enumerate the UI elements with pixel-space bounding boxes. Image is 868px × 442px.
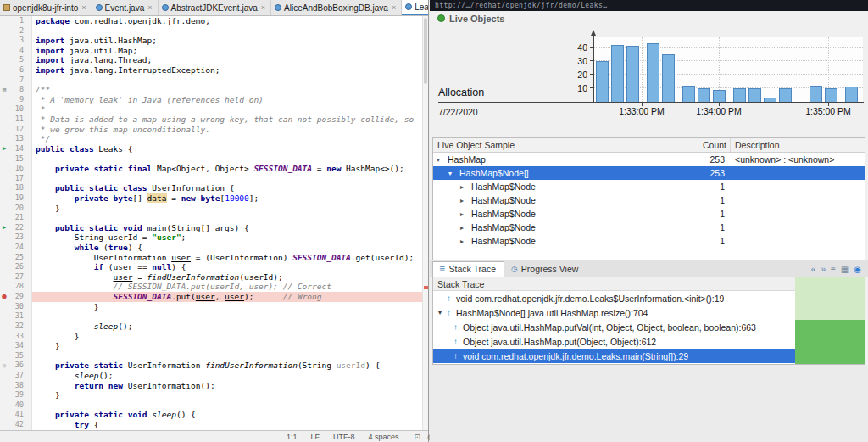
line-number: 29 (8, 292, 26, 302)
close-icon[interactable]: × (147, 3, 152, 12)
fold-gutter (26, 16, 32, 26)
gutter-marker-cell (0, 371, 8, 381)
code-token: private static final (55, 164, 152, 173)
frame-text: Object java.util.HashMap.putVal(int, Obj… (463, 322, 756, 333)
next-frame-icon[interactable]: » (821, 265, 826, 274)
code-token: // SESSION_DATA.put(userId, user); // Co… (114, 282, 331, 291)
code-text (32, 311, 422, 322)
chart-y-labels: 10203040 (565, 37, 591, 102)
code-token: sleep (152, 410, 176, 419)
fold-gutter (26, 351, 32, 361)
collapse-icon[interactable]: ▾ (437, 156, 444, 164)
line-number: 20 (8, 204, 26, 214)
tab-stack-trace[interactable]: ≣Stack Trace (432, 261, 504, 277)
line-separator-indicator[interactable]: LF (311, 433, 320, 441)
expand-icon[interactable]: ▸ (460, 197, 468, 204)
frame-text: HashMap$Node[] java.util.HashMap.resize(… (456, 308, 648, 318)
editor-tabbar: openjdk8u-jfr-into×Event.java×AbstractJD… (0, 0, 428, 16)
code-token (36, 223, 55, 232)
encoding-indicator[interactable]: UTF-8 (333, 433, 355, 441)
scrollbar-thumb[interactable] (424, 18, 427, 84)
line-number: 22 (8, 223, 26, 233)
fold-gutter (26, 302, 32, 312)
object-label: HashMap (448, 154, 486, 165)
editor-tab[interactable]: openjdk8u-jfr-into× (0, 0, 92, 15)
collapse-icon[interactable]: ▾ (448, 170, 456, 177)
table-row[interactable]: ▸HashMap$Node1 (433, 207, 865, 221)
code-token (36, 361, 55, 370)
code-token: user (114, 262, 133, 271)
class-icon (96, 4, 103, 11)
code-line: ▶22 public static void main(String[] arg… (0, 223, 422, 233)
editor-tab[interactable]: AliceAndBobBoxingDB.java× (271, 0, 402, 15)
indent-indicator[interactable]: 4 spaces (369, 433, 399, 441)
breakpoint-icon[interactable]: ● (2, 293, 6, 300)
expand-icon[interactable]: ▸ (460, 210, 468, 218)
code-text: } (32, 204, 422, 214)
editor-tab[interactable]: Leaks.java× (402, 0, 428, 15)
close-icon[interactable]: × (392, 3, 396, 12)
tab-progress-view[interactable]: ◷Progress View (504, 261, 587, 277)
tree-cell: ▾HashMap$Node[] (433, 168, 698, 178)
column-header-live-object-sample[interactable]: Live Object Sample (433, 138, 698, 152)
run-icon[interactable]: ▶ (3, 225, 6, 231)
caret-position[interactable]: 1:1 (287, 433, 298, 441)
expand-icon[interactable]: ▸ (460, 224, 468, 232)
code-token (36, 371, 75, 380)
editor-tab[interactable]: AbstractJDKEvent.java× (159, 0, 272, 15)
expand-icon[interactable]: ▸ (460, 238, 468, 245)
object-label: HashMap$Node (471, 209, 536, 219)
column-header-description[interactable]: Description (730, 138, 865, 152)
table-row[interactable]: ▸HashMap$Node1 (433, 180, 865, 193)
table-row[interactable]: ▸HashMap$Node1 (433, 221, 865, 234)
code-token: 10000 (225, 193, 249, 203)
help-icon[interactable]: ◉ (854, 265, 861, 274)
table-row[interactable]: ▾HashMap$Node[]253 (433, 166, 865, 180)
stack-trace-icon: ≣ (439, 265, 446, 273)
column-header-count[interactable]: Count (698, 138, 730, 152)
tree-view-icon[interactable]: ▦ (841, 265, 849, 274)
live-recording-icon (437, 14, 445, 22)
code-token: java.lang.InterruptedException; (64, 65, 220, 75)
previous-frame-icon[interactable]: « (811, 265, 816, 274)
editor-tab[interactable]: Event.java× (92, 0, 159, 15)
tab-label: Event.java (105, 3, 145, 13)
gutter-marker-cell (0, 134, 8, 144)
editor[interactable]: 1package com.redhat.openjdk.jfr.demo;23i… (0, 16, 428, 430)
run-icon[interactable]: ▶ (3, 146, 6, 152)
code-token: UserInformation(); (123, 381, 215, 390)
close-icon[interactable]: × (261, 3, 265, 12)
code-token: ) { (365, 361, 380, 370)
code-token: { (89, 420, 98, 429)
fold-gutter (26, 371, 32, 381)
collapse-icon[interactable]: ▾ (438, 309, 447, 316)
tree-cell: ▸HashMap$Node (433, 209, 698, 219)
table-row[interactable]: ▾HashMap253<unknown> : <unknown> (433, 153, 865, 166)
code-text: import java.util.HashMap; (32, 36, 422, 46)
fold-gutter (26, 243, 32, 253)
code-token: = (UserInformation) (191, 253, 292, 262)
line-number: 11 (8, 115, 26, 125)
lock-icon[interactable]: ⊡ (415, 433, 421, 441)
table-row[interactable]: ▸HashMap$Node1 (433, 193, 865, 207)
expand-icon[interactable]: ▸ (460, 183, 468, 191)
editor-scrollbar[interactable] (422, 16, 428, 430)
code-text: private static final Map<Object, Object>… (32, 164, 422, 174)
code-token: // Wrong (283, 292, 322, 301)
gutter-marker-cell (0, 213, 8, 223)
table-row[interactable]: ▸HashMap$Node1 (433, 234, 865, 248)
error-stripe-mark[interactable] (424, 286, 428, 289)
frame-arrow-icon: ↑ (447, 308, 456, 317)
code-token: UserInformation (123, 361, 205, 370)
fold-gutter (26, 332, 32, 342)
close-icon[interactable]: × (81, 3, 86, 12)
distinguish-frames-icon[interactable]: ≡ (831, 265, 836, 274)
fold-gutter (26, 253, 32, 263)
gutter-marker-cell (0, 232, 8, 243)
code-token (36, 193, 75, 203)
code-token: ; (181, 232, 186, 242)
y-tick-label: 10 (577, 83, 587, 93)
code-line: 32 sleep(); (0, 322, 422, 332)
gutter-marker-cell: ▶ (0, 144, 8, 154)
gutter-marker-cell (0, 410, 8, 420)
